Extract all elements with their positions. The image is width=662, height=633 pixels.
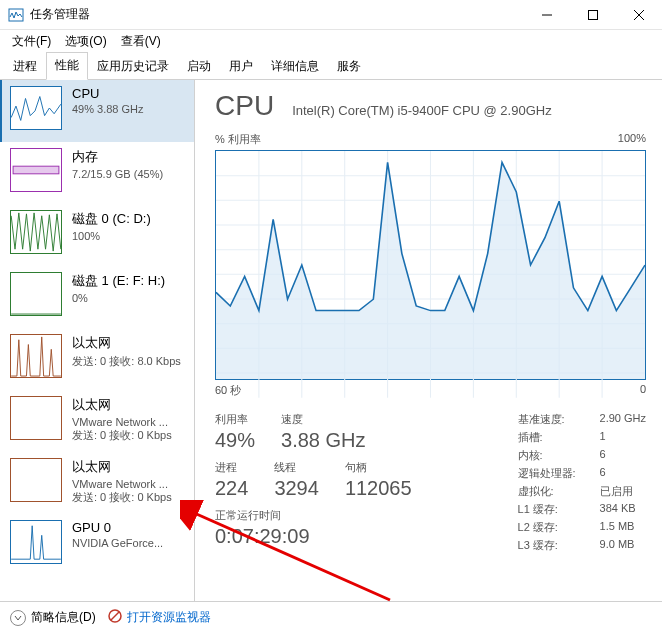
tab-app-history[interactable]: 应用历史记录 bbox=[88, 53, 178, 80]
stat-speed: 速度 3.88 GHz bbox=[281, 412, 365, 452]
stat-row: L1 缓存:384 KB bbox=[518, 502, 646, 517]
sidebar-item-disk0[interactable]: 磁盘 0 (C: D:) 100% bbox=[0, 204, 194, 266]
footer: 简略信息(D) 打开资源监视器 bbox=[0, 601, 662, 633]
page-title: CPU bbox=[215, 90, 274, 122]
titlebar: 任务管理器 bbox=[0, 0, 662, 30]
window-title: 任务管理器 bbox=[30, 6, 524, 23]
sidebar-item-sub: 发送: 0 接收: 8.0 Kbps bbox=[72, 354, 186, 369]
stat-processes: 进程 224 bbox=[215, 460, 248, 500]
sidebar-item-sub2: 发送: 0 接收: 0 Kbps bbox=[72, 428, 186, 443]
memory-thumb bbox=[10, 148, 62, 192]
sidebar-item-label: 以太网 bbox=[72, 396, 186, 414]
sidebar-item-label: 磁盘 1 (E: F: H:) bbox=[72, 272, 186, 290]
ethernet-thumb bbox=[10, 334, 62, 378]
uptime-value: 0:07:29:09 bbox=[215, 525, 492, 548]
sidebar-item-memory[interactable]: 内存 7.2/15.9 GB (45%) bbox=[0, 142, 194, 204]
minimize-button[interactable] bbox=[524, 0, 570, 30]
window-controls bbox=[524, 0, 662, 30]
open-resource-monitor-link[interactable]: 打开资源监视器 bbox=[108, 609, 211, 626]
sidebar[interactable]: CPU 49% 3.88 GHz 内存 7.2/15.9 GB (45%) 磁盘… bbox=[0, 80, 195, 601]
close-button[interactable] bbox=[616, 0, 662, 30]
cpu-thumb bbox=[10, 86, 62, 130]
sidebar-item-label: 磁盘 0 (C: D:) bbox=[72, 210, 186, 228]
svg-line-27 bbox=[111, 612, 119, 620]
stat-utilization: 利用率 49% bbox=[215, 412, 255, 452]
sidebar-item-cpu[interactable]: CPU 49% 3.88 GHz bbox=[0, 80, 194, 142]
ethernet-thumb bbox=[10, 396, 62, 440]
stats: 利用率 49% 速度 3.88 GHz 进程 224 线程 32 bbox=[215, 412, 646, 556]
sidebar-item-ethernet-vmware2[interactable]: 以太网 VMware Network ... 发送: 0 接收: 0 Kbps bbox=[0, 452, 194, 514]
chevron-down-icon bbox=[10, 610, 26, 626]
tab-details[interactable]: 详细信息 bbox=[262, 53, 328, 80]
sidebar-item-label: GPU 0 bbox=[72, 520, 186, 535]
resmon-icon bbox=[108, 609, 122, 626]
sidebar-item-label: 内存 bbox=[72, 148, 186, 166]
sidebar-item-label: 以太网 bbox=[72, 458, 186, 476]
svg-rect-2 bbox=[589, 10, 598, 19]
sidebar-item-disk1[interactable]: 磁盘 1 (E: F: H:) 0% bbox=[0, 266, 194, 328]
stat-handles: 句柄 112065 bbox=[345, 460, 412, 500]
ethernet-thumb bbox=[10, 458, 62, 502]
fewer-details-button[interactable]: 简略信息(D) bbox=[10, 609, 96, 626]
stat-row: 内核:6 bbox=[518, 448, 646, 463]
app-icon bbox=[8, 7, 24, 23]
cpu-model: Intel(R) Core(TM) i5-9400F CPU @ 2.90GHz bbox=[292, 103, 552, 118]
tab-processes[interactable]: 进程 bbox=[4, 53, 46, 80]
disk-thumb bbox=[10, 272, 62, 316]
menu-options[interactable]: 选项(O) bbox=[59, 32, 112, 51]
menu-file[interactable]: 文件(F) bbox=[6, 32, 57, 51]
stat-threads: 线程 3294 bbox=[274, 460, 319, 500]
content: CPU 49% 3.88 GHz 内存 7.2/15.9 GB (45%) 磁盘… bbox=[0, 80, 662, 601]
sidebar-item-sub: 7.2/15.9 GB (45%) bbox=[72, 168, 186, 180]
sidebar-item-sub: NVIDIA GeForce... bbox=[72, 537, 186, 549]
sidebar-item-sub: 49% 3.88 GHz bbox=[72, 103, 186, 115]
sidebar-item-sub: 100% bbox=[72, 230, 186, 242]
stats-right: 基准速度:2.90 GHz插槽:1内核:6逻辑处理器:6虚拟化:已启用L1 缓存… bbox=[518, 412, 646, 556]
svg-rect-5 bbox=[13, 166, 59, 174]
stat-row: 插槽:1 bbox=[518, 430, 646, 445]
tab-startup[interactable]: 启动 bbox=[178, 53, 220, 80]
svg-marker-25 bbox=[216, 162, 645, 379]
stat-row: L3 缓存:9.0 MB bbox=[518, 538, 646, 553]
sidebar-item-label: 以太网 bbox=[72, 334, 186, 352]
stat-row: 逻辑处理器:6 bbox=[518, 466, 646, 481]
sidebar-item-gpu[interactable]: GPU 0 NVIDIA GeForce... bbox=[0, 514, 194, 576]
cpu-chart bbox=[215, 150, 646, 380]
uptime-label: 正常运行时间 bbox=[215, 508, 492, 523]
sidebar-item-sub: 0% bbox=[72, 292, 186, 304]
sidebar-item-sub: VMware Network ... bbox=[72, 478, 186, 490]
stat-row: 基准速度:2.90 GHz bbox=[518, 412, 646, 427]
tabbar: 进程 性能 应用历史记录 启动 用户 详细信息 服务 bbox=[0, 52, 662, 80]
main-panel: CPU Intel(R) Core(TM) i5-9400F CPU @ 2.9… bbox=[195, 80, 662, 601]
sidebar-item-ethernet-vmware1[interactable]: 以太网 VMware Network ... 发送: 0 接收: 0 Kbps bbox=[0, 390, 194, 452]
stat-row: 虚拟化:已启用 bbox=[518, 484, 646, 499]
chart-ymax: 100% bbox=[618, 132, 646, 147]
chart-ylabel: % 利用率 bbox=[215, 132, 261, 147]
tab-users[interactable]: 用户 bbox=[220, 53, 262, 80]
maximize-button[interactable] bbox=[570, 0, 616, 30]
sidebar-item-ethernet[interactable]: 以太网 发送: 0 接收: 8.0 Kbps bbox=[0, 328, 194, 390]
sidebar-item-sub2: 发送: 0 接收: 0 Kbps bbox=[72, 490, 186, 505]
menu-view[interactable]: 查看(V) bbox=[115, 32, 167, 51]
tab-performance[interactable]: 性能 bbox=[46, 52, 88, 80]
sidebar-item-label: CPU bbox=[72, 86, 186, 101]
tab-services[interactable]: 服务 bbox=[328, 53, 370, 80]
disk-thumb bbox=[10, 210, 62, 254]
stat-row: L2 缓存:1.5 MB bbox=[518, 520, 646, 535]
sidebar-item-sub: VMware Network ... bbox=[72, 416, 186, 428]
gpu-thumb bbox=[10, 520, 62, 564]
menubar: 文件(F) 选项(O) 查看(V) bbox=[0, 30, 662, 52]
